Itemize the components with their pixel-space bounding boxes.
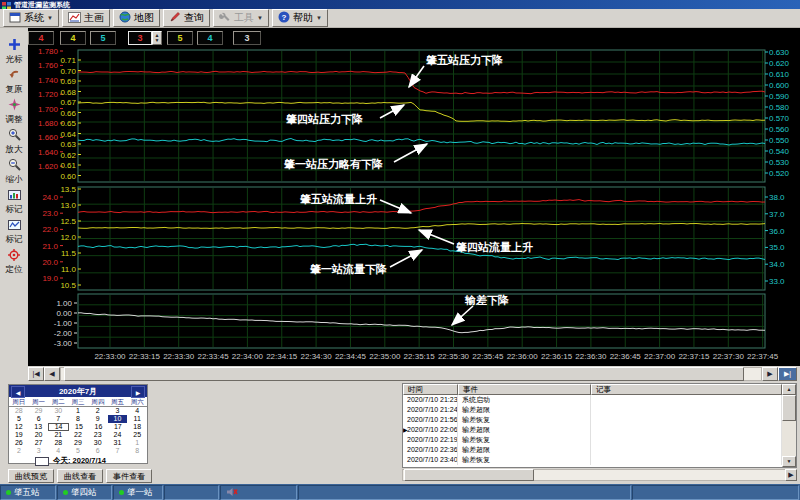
calendar-day-cell[interactable]: 31	[108, 439, 128, 447]
calendar-day-cell[interactable]: 28	[48, 439, 68, 447]
diff-axis-label: 1.00	[56, 299, 72, 308]
flow-plot[interactable]	[78, 187, 765, 290]
table-row[interactable]: 2020/7/10 21:23:00系统启动	[403, 395, 782, 405]
button-曲线查看[interactable]: 曲线查看	[57, 469, 103, 483]
table-cell: 2020/7/10 22:06:57	[403, 425, 458, 435]
table-scroll-down-icon[interactable]: ▼	[782, 456, 796, 467]
calendar-day-cell[interactable]: 21	[48, 431, 68, 439]
calendar-day-cell[interactable]: 29	[68, 439, 88, 447]
table-header-记事[interactable]: 记事	[591, 384, 782, 395]
calendar-day-cell[interactable]: 22	[68, 431, 88, 439]
sidebar-tool-光标-0[interactable]: 光标	[6, 37, 23, 64]
calendar-day-cell[interactable]: 5	[68, 447, 88, 455]
menu-item-工具[interactable]: 工具▼	[213, 9, 269, 27]
calendar-day-cell[interactable]: 30	[88, 439, 108, 447]
table-scroll-up-icon[interactable]: ▲	[782, 384, 796, 395]
menu-item-查询[interactable]: 查询	[163, 9, 210, 27]
table-cell	[591, 395, 782, 405]
sidebar-tool-定位-7[interactable]: 定位	[6, 247, 23, 274]
calendar-day-cell[interactable]: 15	[69, 423, 88, 431]
table-row[interactable]: ▶2020/7/10 22:06:57输差超限	[403, 425, 782, 435]
scroll-prev-button[interactable]: ◀	[44, 367, 60, 381]
table-row[interactable]: 2020/7/10 22:19:06输差恢复	[403, 435, 782, 445]
calendar-next-button[interactable]: ▶	[131, 386, 145, 398]
calendar-day-cell[interactable]: 25	[127, 431, 147, 439]
calendar-day-cell[interactable]: 4	[127, 407, 147, 415]
calendar-day-cell[interactable]: 14	[48, 423, 69, 431]
table-cell: 输差超限	[458, 445, 591, 455]
table-header-事件[interactable]: 事件	[458, 384, 591, 395]
calendar-day-cell[interactable]: 12	[9, 423, 28, 431]
calendar-day-cell[interactable]: 7	[48, 415, 68, 423]
menu-item-帮助[interactable]: ?帮助▼	[272, 9, 328, 27]
table-hscroll-right-button[interactable]: ▶	[785, 469, 797, 481]
table-row[interactable]: 2020/7/10 21:56:20输差恢复	[403, 415, 782, 425]
calendar-day-cell[interactable]: 3	[29, 447, 49, 455]
calendar-day-cell[interactable]: 2	[9, 447, 29, 455]
pressure-plot[interactable]	[78, 50, 765, 182]
menu-item-系统[interactable]: 系统▼	[3, 9, 59, 27]
sidebar-tool-放大-3[interactable]: 放大	[6, 127, 23, 154]
status-tab-肇五站[interactable]: 肇五站	[0, 485, 56, 500]
zoom-in-icon	[8, 127, 21, 145]
table-row[interactable]: 2020/7/10 23:40:33输差恢复	[403, 455, 782, 465]
menu-item-地图[interactable]: 地图	[113, 9, 160, 27]
calendar-day-cell[interactable]: 13	[28, 423, 47, 431]
calendar: ◀2020年7月▶周日周一周二周三周四周五周六28293012345678910…	[8, 384, 148, 464]
calendar-day-cell[interactable]: 4	[48, 447, 68, 455]
table-header-时间[interactable]: 时间	[403, 384, 458, 395]
table-row[interactable]: 2020/7/10 22:36:30输差超限	[403, 445, 782, 455]
calendar-day-cell[interactable]: 10	[108, 415, 128, 423]
pressure-axis-label: 1.640	[38, 148, 59, 157]
x-axis-label: 22:33:00	[94, 352, 126, 361]
calendar-day-cell[interactable]: 8	[68, 415, 88, 423]
calendar-day-cell[interactable]: 29	[29, 407, 49, 415]
pressure-axis-label: 0.64	[60, 130, 76, 139]
calendar-day-cell[interactable]: 7	[108, 447, 128, 455]
calendar-day-cell[interactable]: 8	[127, 447, 147, 455]
calendar-day-cell[interactable]: 9	[88, 415, 108, 423]
sidebar-tool-标记-6[interactable]: 标记	[6, 217, 23, 244]
button-曲线预览[interactable]: 曲线预览	[8, 469, 54, 483]
calendar-day-cell[interactable]: 30	[48, 407, 68, 415]
scroll-first-button[interactable]: |◀	[28, 367, 44, 381]
menu-item-label: 查询	[184, 11, 204, 25]
calendar-day-cell[interactable]: 3	[108, 407, 128, 415]
calendar-day-cell[interactable]: 11	[127, 415, 147, 423]
diff-plot[interactable]	[78, 294, 765, 348]
calendar-day-cell[interactable]: 20	[29, 431, 49, 439]
calendar-day-cell[interactable]: 19	[9, 431, 29, 439]
sidebar-tool-标记-5[interactable]: 标记	[6, 187, 23, 214]
sidebar-tool-复原-1[interactable]: 复原	[6, 67, 23, 94]
x-axis-label: 22:34:00	[232, 352, 264, 361]
calendar-day-cell[interactable]: 18	[128, 423, 147, 431]
table-hscroll-thumb[interactable]	[404, 469, 534, 481]
calendar-day-cell[interactable]: 5	[9, 415, 29, 423]
calendar-day-cell[interactable]: 2	[88, 407, 108, 415]
calendar-day-cell[interactable]: 28	[9, 407, 29, 415]
chart-scrollbar-thumb[interactable]	[64, 367, 744, 381]
table-cell: 系统启动	[458, 395, 591, 405]
calendar-day-cell[interactable]: 1	[127, 439, 147, 447]
calendar-day-cell[interactable]: 17	[108, 423, 127, 431]
calendar-prev-button[interactable]: ◀	[11, 386, 25, 398]
scroll-next-button[interactable]: ▶	[762, 367, 778, 381]
calendar-day-cell[interactable]: 1	[68, 407, 88, 415]
button-事件查看[interactable]: 事件查看	[106, 469, 152, 483]
table-vscroll-thumb[interactable]	[782, 395, 796, 421]
sidebar-tool-调整-2[interactable]: 调整	[6, 97, 23, 124]
calendar-day-cell[interactable]: 6	[88, 447, 108, 455]
menu-item-主画[interactable]: 主画	[62, 9, 110, 27]
calendar-day-cell[interactable]: 24	[108, 431, 128, 439]
calendar-day-cell[interactable]: 26	[9, 439, 29, 447]
scroll-last-button[interactable]: ▶|	[778, 367, 797, 381]
calendar-day-cell[interactable]: 23	[88, 431, 108, 439]
table-row[interactable]: 2020/7/10 21:24:14输差超限	[403, 405, 782, 415]
status-tab-肇一站[interactable]: 肇一站	[113, 485, 163, 500]
status-tab-肇四站[interactable]: 肇四站	[57, 485, 112, 500]
table-vscrollbar[interactable]: ▲▼	[782, 384, 796, 467]
calendar-day-cell[interactable]: 16	[89, 423, 108, 431]
calendar-day-cell[interactable]: 27	[29, 439, 49, 447]
sidebar-tool-缩小-4[interactable]: 缩小	[6, 157, 23, 184]
calendar-day-cell[interactable]: 6	[29, 415, 49, 423]
